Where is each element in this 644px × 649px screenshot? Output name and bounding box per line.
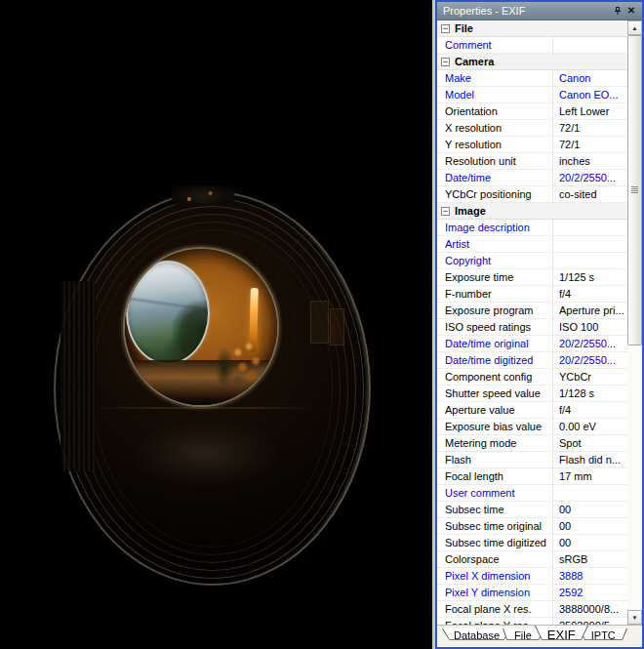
property-value: inches <box>552 153 627 169</box>
tab-label: IPTC <box>591 629 616 643</box>
tab-label: File <box>514 629 532 643</box>
property-value: co-sited <box>552 186 627 202</box>
pin-button[interactable] <box>611 4 624 18</box>
property-row[interactable]: Exposure bias value0.00 eV <box>437 419 627 435</box>
property-row[interactable]: Pixel Y dimension2592 <box>437 585 627 601</box>
property-row[interactable]: Resolution unitinches <box>437 153 627 170</box>
property-row[interactable]: Subsec time00 <box>437 502 627 518</box>
section-row-camera[interactable]: −Camera <box>437 54 627 70</box>
property-name: Pixel Y dimension <box>437 587 552 598</box>
property-value: 1/128 s <box>552 385 627 401</box>
property-row[interactable]: Image description <box>437 220 627 236</box>
property-value: Canon EO... <box>552 87 627 102</box>
collapse-icon[interactable]: − <box>441 58 450 66</box>
scrollbar[interactable]: ▲ ▼ <box>627 20 642 625</box>
property-name: Shutter speed value <box>437 387 552 399</box>
property-value: 20/2/2550... <box>552 352 627 368</box>
close-icon: ✕ <box>627 4 635 18</box>
property-name: Colorspace <box>437 553 552 565</box>
property-row[interactable]: Focal plane Y res.2592000/5... <box>437 618 627 625</box>
property-value: Spot <box>552 435 627 451</box>
collapse-icon[interactable]: − <box>441 24 450 33</box>
property-row[interactable]: Focal plane X res.3888000/8... <box>437 601 627 618</box>
property-row[interactable]: Shutter speed value1/128 s <box>437 385 627 402</box>
property-value <box>552 253 627 268</box>
property-name: ISO speed ratings <box>437 321 552 333</box>
property-row[interactable]: F-numberf/4 <box>437 286 627 303</box>
section-label: File <box>455 22 473 34</box>
tab-database[interactable]: Database <box>442 629 511 643</box>
property-row[interactable]: ISO speed ratingsISO 100 <box>437 319 627 336</box>
property-row[interactable]: Artist <box>437 236 627 253</box>
panel-titlebar: Properties - EXIF ✕ <box>437 2 642 20</box>
property-value <box>552 37 627 53</box>
scroll-track[interactable] <box>627 35 642 610</box>
property-row[interactable]: OrientationLeft Lower <box>437 103 627 120</box>
property-row[interactable]: Pixel X dimension3888 <box>437 568 627 585</box>
property-value <box>552 236 627 252</box>
property-name: Copyright <box>437 255 552 266</box>
property-value: sRGB <box>552 551 627 567</box>
property-value: 2592 <box>552 585 627 600</box>
property-row[interactable]: ColorspacesRGB <box>437 551 627 568</box>
property-row[interactable]: Subsec time original00 <box>437 518 627 535</box>
property-row[interactable]: YCbCr positioningco-sited <box>437 186 627 203</box>
tab-label: Database <box>454 629 500 643</box>
property-value: YCbCr <box>552 369 627 385</box>
property-row[interactable]: Copyright <box>437 253 627 269</box>
property-row[interactable]: Exposure programAperture pri... <box>437 303 627 319</box>
scroll-down-button[interactable]: ▼ <box>627 610 642 625</box>
property-value: 3888 <box>552 568 627 584</box>
tab-exif[interactable]: EXIF <box>535 626 588 645</box>
property-row[interactable]: Date/time20/2/2550... <box>437 170 627 186</box>
property-name: Resolution unit <box>437 155 552 167</box>
property-name: Exposure bias value <box>437 421 552 432</box>
property-row[interactable]: Subsec time digitized00 <box>437 535 627 551</box>
tab-bar: DatabaseFileEXIFIPTC <box>437 625 642 647</box>
property-row[interactable]: Y resolution72/1 <box>437 137 627 153</box>
property-row[interactable]: Aperture valuef/4 <box>437 402 627 419</box>
property-value: f/4 <box>552 402 627 418</box>
property-name: Comment <box>437 39 552 51</box>
property-row[interactable]: Exposure time1/125 s <box>437 269 627 286</box>
property-value: 20/2/2550... <box>552 336 627 351</box>
property-name: Model <box>437 89 552 101</box>
property-name: Artist <box>437 238 552 250</box>
property-name: Metering mode <box>437 437 552 449</box>
property-row[interactable]: Date/time original20/2/2550... <box>437 336 627 352</box>
property-value: Flash did n... <box>552 452 627 467</box>
property-row[interactable]: Component configYCbCr <box>437 369 627 385</box>
property-row[interactable]: MakeCanon <box>437 70 627 87</box>
property-row[interactable]: User comment <box>437 485 627 502</box>
section-label: Image <box>455 205 486 217</box>
properties-panel: Properties - EXIF ✕ −FileComment−CameraM… <box>435 0 644 649</box>
property-grid: −FileComment−CameraMakeCanonModelCanon E… <box>437 20 627 625</box>
property-row[interactable]: Metering modeSpot <box>437 435 627 452</box>
property-row[interactable]: FlashFlash did n... <box>437 452 627 468</box>
property-name: Subsec time digitized <box>437 537 552 548</box>
picture-frame <box>330 308 344 345</box>
property-name: Focal plane X res. <box>437 603 552 615</box>
property-row[interactable]: Focal length17 mm <box>437 468 627 485</box>
scroll-thumb[interactable] <box>627 35 642 345</box>
property-name: Exposure time <box>437 271 552 283</box>
property-row[interactable]: ModelCanon EO... <box>437 87 627 103</box>
pin-icon <box>613 6 623 16</box>
section-label: Camera <box>455 56 494 67</box>
section-row-file[interactable]: −File <box>437 20 627 37</box>
property-name: Subsec time <box>437 504 552 515</box>
section-row-image[interactable]: −Image <box>437 203 627 220</box>
close-button[interactable]: ✕ <box>624 4 638 18</box>
collapse-icon[interactable]: − <box>441 207 450 216</box>
property-name: Focal length <box>437 470 552 482</box>
property-value: 00 <box>552 518 627 534</box>
property-name: Exposure program <box>437 304 552 316</box>
property-value: 3888000/8... <box>552 601 627 617</box>
property-value: 0.00 eV <box>552 419 627 434</box>
property-row[interactable]: X resolution72/1 <box>437 120 627 137</box>
scroll-up-button[interactable]: ▲ <box>627 20 642 35</box>
property-row[interactable]: Comment <box>437 37 627 54</box>
property-row[interactable]: Date/time digitized20/2/2550... <box>437 352 627 369</box>
property-name: YCbCr positioning <box>437 188 552 200</box>
property-name: Date/time <box>437 172 552 183</box>
